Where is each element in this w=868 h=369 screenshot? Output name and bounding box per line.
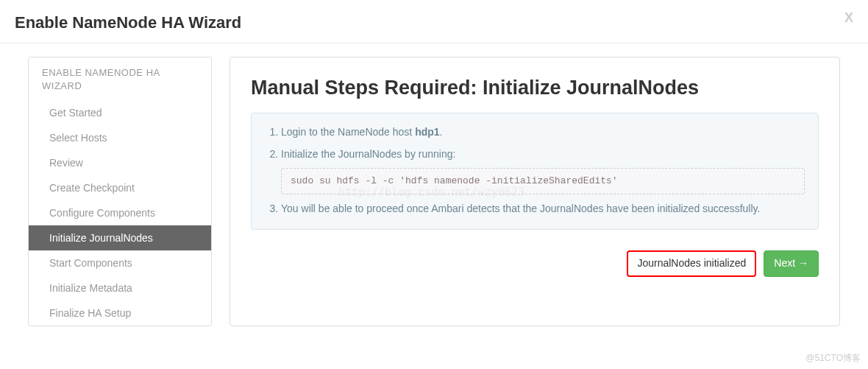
sidebar-item-review[interactable]: Review bbox=[29, 150, 211, 175]
wizard-sidebar: ENABLE NAMENODE HA WIZARD Get Started Se… bbox=[28, 57, 212, 326]
instruction-step-1-suffix: . bbox=[440, 126, 443, 138]
instruction-step-1: Login to the NameNode host hdp1. bbox=[281, 124, 805, 141]
status-badge[interactable]: JournalNodes initialized bbox=[627, 250, 756, 277]
page-title: Manual Steps Required: Initialize Journa… bbox=[251, 77, 819, 99]
sidebar-item-start-components[interactable]: Start Components bbox=[29, 250, 211, 275]
wizard-title: Enable NameNode HA Wizard bbox=[15, 13, 853, 32]
sidebar-item-select-hosts[interactable]: Select Hosts bbox=[29, 125, 211, 150]
instruction-step-3: You will be able to proceed once Ambari … bbox=[281, 200, 805, 218]
instruction-step-2-text: Initialize the JournalNodes by running: bbox=[281, 148, 455, 160]
sidebar-item-initialize-metadata[interactable]: Initialize Metadata bbox=[29, 275, 211, 301]
namenode-host: hdp1 bbox=[415, 126, 439, 138]
action-bar: JournalNodes initialized Next → bbox=[251, 250, 819, 277]
wizard-main: Manual Steps Required: Initialize Journa… bbox=[230, 57, 840, 326]
next-button[interactable]: Next → bbox=[764, 250, 819, 277]
wizard-body: ENABLE NAMENODE HA WIZARD Get Started Se… bbox=[0, 43, 868, 340]
instruction-step-1-prefix: Login to the NameNode host bbox=[281, 126, 415, 138]
sidebar-item-get-started[interactable]: Get Started bbox=[29, 100, 211, 125]
sidebar-item-finalize-ha-setup[interactable]: Finalize HA Setup bbox=[29, 301, 211, 326]
instructions-panel: Login to the NameNode host hdp1. Initial… bbox=[251, 113, 819, 230]
close-icon[interactable]: X bbox=[844, 10, 853, 26]
command-code: sudo su hdfs -l -c 'hdfs namenode -initi… bbox=[281, 168, 805, 194]
sidebar-item-create-checkpoint[interactable]: Create Checkpoint bbox=[29, 175, 211, 200]
sidebar-title: ENABLE NAMENODE HA WIZARD bbox=[29, 57, 211, 100]
watermark: @51CTO博客 bbox=[805, 352, 861, 365]
wizard-header: Enable NameNode HA Wizard X bbox=[0, 0, 868, 43]
instruction-step-2: Initialize the JournalNodes by running: … bbox=[281, 146, 805, 194]
sidebar-item-initialize-journalnodes[interactable]: Initialize JournalNodes bbox=[29, 225, 211, 250]
sidebar-item-configure-components[interactable]: Configure Components bbox=[29, 200, 211, 225]
instructions-list: Login to the NameNode host hdp1. Initial… bbox=[265, 124, 805, 217]
